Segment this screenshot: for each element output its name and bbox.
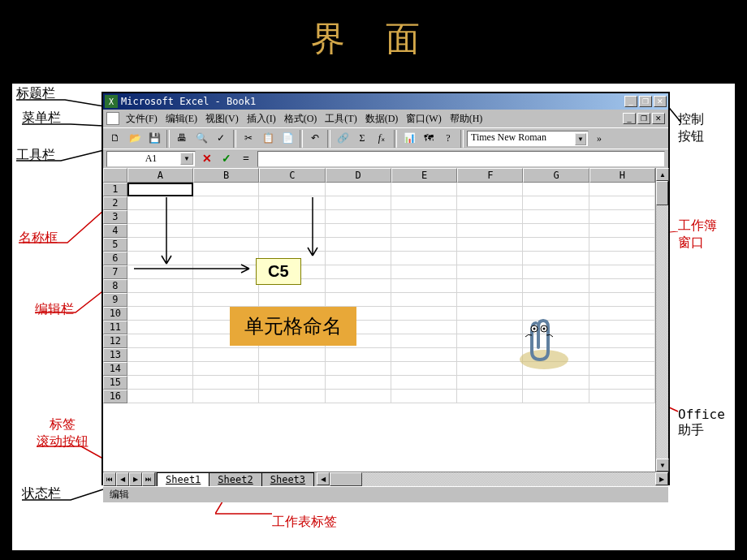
cell[interactable] <box>127 224 193 238</box>
cell[interactable] <box>193 196 259 210</box>
cell[interactable] <box>193 376 259 390</box>
cell[interactable] <box>589 390 655 403</box>
cell[interactable] <box>391 238 457 252</box>
cell[interactable] <box>127 334 193 348</box>
sub-minimize-button[interactable]: _ <box>623 113 636 124</box>
menu-tools[interactable]: 工具(T) <box>322 110 360 127</box>
col-header[interactable]: A <box>127 168 193 183</box>
row-header[interactable]: 11 <box>103 321 127 334</box>
cell[interactable] <box>391 252 457 265</box>
spelling-icon[interactable]: ✓ <box>212 130 230 148</box>
cell[interactable] <box>589 224 655 238</box>
cell[interactable] <box>391 293 457 307</box>
cell[interactable] <box>259 196 325 210</box>
menu-file[interactable]: 文件(F) <box>123 110 161 127</box>
cell[interactable] <box>193 293 259 307</box>
sub-restore-button[interactable]: ❐ <box>637 113 650 124</box>
cell[interactable] <box>391 376 457 390</box>
print-icon[interactable]: 🖶 <box>173 130 191 148</box>
cell[interactable] <box>457 293 523 307</box>
menu-format[interactable]: 格式(O) <box>281 110 321 127</box>
cell[interactable] <box>589 238 655 252</box>
cell[interactable] <box>457 196 523 210</box>
scroll-thumb[interactable] <box>656 181 668 205</box>
tab-next-icon[interactable]: ▶ <box>129 472 142 486</box>
cell[interactable] <box>589 334 655 348</box>
scroll-down-icon[interactable]: ▼ <box>656 459 669 472</box>
cell[interactable] <box>127 279 193 293</box>
cancel-icon[interactable]: ✕ <box>199 152 215 166</box>
cell[interactable] <box>326 183 391 196</box>
cell[interactable] <box>259 224 325 238</box>
cell[interactable] <box>127 390 193 403</box>
copy-icon[interactable]: 📋 <box>259 130 277 148</box>
new-icon[interactable]: 🗋 <box>106 130 124 148</box>
cell[interactable] <box>326 279 391 293</box>
paste-icon[interactable]: 📄 <box>279 130 296 148</box>
cell[interactable] <box>259 238 325 252</box>
row-header[interactable]: 13 <box>103 348 127 362</box>
menu-edit[interactable]: 编辑(E) <box>162 110 201 127</box>
cell[interactable] <box>523 376 589 390</box>
cell[interactable] <box>589 265 655 279</box>
open-icon[interactable]: 📂 <box>126 130 144 148</box>
undo-icon[interactable]: ↶ <box>306 130 324 148</box>
cell[interactable] <box>391 307 457 321</box>
cell[interactable] <box>259 293 325 307</box>
scroll-track[interactable] <box>656 205 668 459</box>
cell[interactable] <box>259 348 325 362</box>
cell[interactable] <box>193 252 259 265</box>
cell[interactable] <box>391 362 457 376</box>
row-header[interactable]: 5 <box>103 238 127 252</box>
cell[interactable] <box>193 348 259 362</box>
cell[interactable] <box>523 293 589 307</box>
menu-help[interactable]: 帮助(H) <box>447 110 486 127</box>
more-icon[interactable]: » <box>590 130 608 148</box>
preview-icon[interactable]: 🔍 <box>192 130 210 148</box>
col-header[interactable]: E <box>391 168 457 183</box>
cell[interactable] <box>193 224 259 238</box>
cell[interactable] <box>589 210 655 224</box>
titlebar[interactable]: X Microsoft Excel - Book1 _ ❐ ✕ <box>103 93 668 110</box>
equals-icon[interactable]: = <box>238 152 254 166</box>
cell[interactable] <box>259 362 325 376</box>
chart-icon[interactable]: 📊 <box>400 130 418 148</box>
cell[interactable] <box>391 224 457 238</box>
row-header[interactable]: 7 <box>103 265 127 279</box>
close-button[interactable]: ✕ <box>654 96 667 107</box>
cell[interactable] <box>457 183 523 196</box>
cell[interactable] <box>589 307 655 321</box>
cut-icon[interactable]: ✂ <box>240 130 257 148</box>
cell[interactable] <box>589 252 655 265</box>
cell[interactable] <box>589 376 655 390</box>
row-header[interactable]: 6 <box>103 252 127 265</box>
cell[interactable] <box>589 196 655 210</box>
cell[interactable] <box>127 183 193 196</box>
cell[interactable] <box>259 376 325 390</box>
cell[interactable] <box>326 252 391 265</box>
col-header[interactable]: C <box>259 168 325 183</box>
cell[interactable] <box>391 348 457 362</box>
scroll-up-icon[interactable]: ▲ <box>656 168 669 181</box>
cell[interactable] <box>326 348 391 362</box>
tab-first-icon[interactable]: ⏮ <box>103 472 116 486</box>
cell[interactable] <box>523 196 589 210</box>
cell[interactable] <box>457 376 523 390</box>
row-header[interactable]: 4 <box>103 224 127 238</box>
office-assistant-clippy[interactable] <box>507 311 572 376</box>
cell[interactable] <box>127 238 193 252</box>
cell[interactable] <box>193 279 259 293</box>
scroll-thumb[interactable] <box>330 472 362 486</box>
cell[interactable] <box>589 279 655 293</box>
scroll-right-icon[interactable]: ▶ <box>655 472 668 485</box>
function-icon[interactable]: fₓ <box>373 130 391 148</box>
name-box[interactable]: A1 <box>106 151 196 167</box>
col-header[interactable]: B <box>193 168 259 183</box>
row-header[interactable]: 16 <box>103 390 127 403</box>
row-header[interactable]: 12 <box>103 334 127 348</box>
document-icon[interactable] <box>106 112 119 125</box>
cell[interactable] <box>127 252 193 265</box>
cell[interactable] <box>391 183 457 196</box>
cell[interactable] <box>523 279 589 293</box>
col-header[interactable]: H <box>589 168 655 183</box>
